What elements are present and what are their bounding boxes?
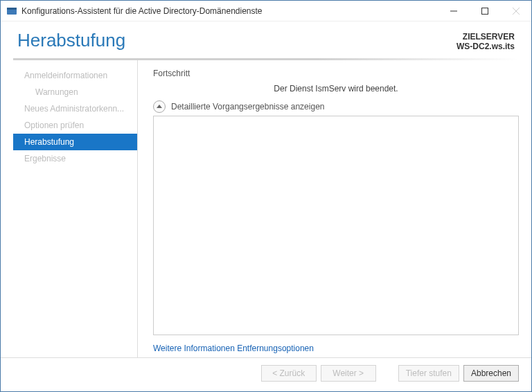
next-button: Weiter > bbox=[321, 365, 376, 382]
cancel-button[interactable]: Abbrechen bbox=[463, 365, 519, 382]
step-nav: Anmeldeinformationen Warnungen Neues Adm… bbox=[13, 60, 138, 357]
nav-step-demotion: Herabstufung bbox=[13, 134, 137, 150]
content-area: Fortschritt Der Dienst IsmServ wird been… bbox=[138, 60, 519, 357]
wizard-footer: < Zurück Weiter > Tiefer stufen Abbreche… bbox=[1, 357, 531, 391]
svg-rect-3 bbox=[481, 8, 488, 14]
target-server-block: ZIELSERVER WS-DC2.ws.its bbox=[456, 32, 515, 51]
nav-step-credentials: Anmeldeinformationen bbox=[13, 67, 137, 84]
back-button: < Zurück bbox=[261, 365, 317, 382]
more-info-link[interactable]: Weitere Informationen Entfernungsoptione… bbox=[153, 344, 519, 353]
minimize-button[interactable] bbox=[438, 1, 469, 21]
maximize-button[interactable] bbox=[469, 1, 500, 21]
titlebar: Konfigurations-Assistent für die Active … bbox=[1, 1, 531, 21]
nav-step-results: Ergebnisse bbox=[13, 150, 137, 167]
app-icon bbox=[6, 6, 17, 17]
target-server-value: WS-DC2.ws.its bbox=[456, 42, 515, 51]
window-title: Konfigurations-Assistent für die Active … bbox=[21, 6, 438, 16]
details-toggle[interactable]: Detaillierte Vorgangsergebnisse anzeigen bbox=[153, 100, 519, 113]
nav-step-new-admin-password: Neues Administratorkenn... bbox=[13, 100, 137, 117]
details-toggle-label: Detaillierte Vorgangsergebnisse anzeigen bbox=[171, 102, 324, 112]
close-button bbox=[500, 1, 531, 21]
wizard-window: Konfigurations-Assistent für die Active … bbox=[0, 0, 532, 392]
progress-label: Fortschritt bbox=[153, 69, 519, 78]
page-title: Herabstufung bbox=[17, 30, 125, 51]
results-textbox[interactable] bbox=[153, 116, 519, 335]
demote-button: Tiefer stufen bbox=[398, 365, 459, 382]
nav-step-review-options: Optionen prüfen bbox=[13, 117, 137, 134]
button-gap bbox=[380, 365, 394, 382]
chevron-up-icon bbox=[153, 100, 166, 113]
status-text: Der Dienst IsmServ wird beendet. bbox=[153, 84, 519, 93]
target-server-label: ZIELSERVER bbox=[456, 32, 515, 42]
wizard-header: Herabstufung ZIELSERVER WS-DC2.ws.its bbox=[1, 21, 531, 58]
nav-step-warnings: Warnungen bbox=[13, 84, 137, 100]
svg-rect-1 bbox=[7, 8, 17, 10]
window-controls bbox=[438, 1, 531, 21]
wizard-body: Anmeldeinformationen Warnungen Neues Adm… bbox=[1, 60, 531, 357]
